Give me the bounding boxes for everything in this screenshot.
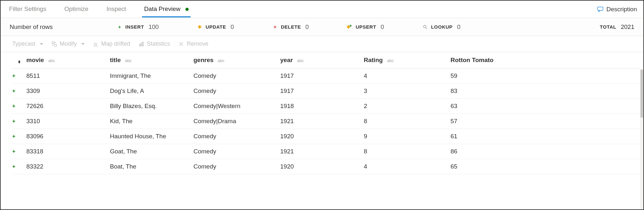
table-row[interactable]: +83322Boat, TheComedy1920465	[12, 159, 641, 174]
column-header-movie[interactable]: movie abc	[26, 52, 110, 68]
map-drifted-icon	[93, 41, 99, 47]
cell-year: 1917	[280, 68, 364, 84]
row-insert-icon: +	[12, 129, 26, 144]
column-genres-label: genres	[193, 57, 213, 63]
statistics-label: Statistics	[147, 41, 170, 47]
cell-rating: 9	[364, 129, 451, 144]
column-header-rotten[interactable]: Rotton Tomato	[451, 52, 641, 68]
column-header-genres[interactable]: genres abc	[193, 52, 280, 68]
cell-rating: 4	[364, 68, 451, 84]
column-movie-type: abc	[48, 58, 55, 63]
tab-optimize[interactable]: Optimize	[62, 1, 90, 17]
table-row[interactable]: +83096Haunted House, TheComedy1920961	[12, 129, 641, 144]
cell-title: Immigrant, The	[110, 68, 193, 84]
tab-data-preview[interactable]: Data Preview	[142, 1, 190, 17]
statistics-button[interactable]: Statistics	[139, 41, 170, 47]
data-preview-window: Filter Settings Optimize Inspect Data Pr…	[0, 0, 644, 210]
column-header-title[interactable]: title abc	[110, 52, 193, 68]
cell-year: 1920	[280, 129, 364, 144]
cell-year: 1918	[280, 99, 364, 114]
column-header-rating[interactable]: Rating abc	[364, 52, 451, 68]
map-drifted-button[interactable]: Map drifted	[93, 41, 130, 47]
svg-rect-6	[141, 43, 142, 46]
column-header-year[interactable]: year abc	[280, 52, 364, 68]
cell-genres: Comedy	[193, 84, 280, 99]
stat-update-value: 0	[230, 23, 234, 31]
cell-rating: 2	[364, 99, 451, 114]
table-row[interactable]: +8511Immigrant, TheComedy1917459	[12, 68, 641, 84]
cell-rotten: 83	[451, 84, 641, 99]
cell-genres: Comedy	[193, 144, 280, 159]
cell-movie: 3310	[26, 114, 110, 129]
row-insert-icon: +	[12, 84, 26, 99]
table-row[interactable]: +3309Dog's Life, AComedy1917383	[12, 84, 641, 99]
row-insert-icon: +	[12, 99, 26, 114]
description-button[interactable]: Description	[597, 6, 637, 13]
cell-genres: Comedy|Drama	[193, 114, 280, 129]
tab-filter-settings[interactable]: Filter Settings	[7, 1, 48, 17]
typecast-button[interactable]: Typecast	[12, 41, 43, 47]
cell-year: 1917	[280, 84, 364, 99]
comment-icon	[597, 6, 604, 13]
stat-total-label: TOTAL	[600, 24, 616, 30]
cell-title: Billy Blazes, Esq.	[110, 99, 193, 114]
stat-insert-value: 100	[148, 23, 159, 31]
row-insert-icon: +	[12, 68, 26, 84]
data-table-container: ▲▼ movie abc title abc genres abc	[1, 52, 643, 209]
cell-movie: 83096	[26, 129, 110, 144]
typecast-label: Typecast	[12, 41, 35, 47]
cell-title: Kid, The	[110, 114, 193, 129]
svg-rect-0	[598, 7, 603, 10]
table-toolbar: Typecast Modify Map drifted Statistics R…	[1, 36, 643, 52]
cell-year: 1921	[280, 144, 364, 159]
cell-title: Boat, The	[110, 159, 193, 174]
stat-total: TOTAL 2021	[600, 23, 634, 31]
column-title-type: abc	[125, 58, 132, 63]
stat-upsert-label: UPSERT	[356, 24, 376, 30]
row-stats-bar: Number of rows + INSERT 100 ✱ UPDATE 0 ×…	[1, 18, 643, 36]
modify-label: Modify	[60, 41, 77, 47]
vertical-scrollbar[interactable]	[640, 69, 643, 209]
cell-year: 1920	[280, 159, 364, 174]
column-movie-label: movie	[26, 57, 44, 63]
cell-genres: Comedy|Western	[193, 99, 280, 114]
column-title-label: title	[110, 57, 121, 63]
asterisk-icon: ✱	[197, 24, 202, 30]
stat-insert: + INSERT 100	[117, 23, 159, 31]
description-label: Description	[606, 6, 637, 13]
sort-column-header[interactable]: ▲▼	[12, 52, 26, 68]
cell-rating: 8	[364, 114, 451, 129]
svg-rect-3	[52, 41, 54, 43]
remove-button[interactable]: Remove	[178, 41, 208, 47]
cell-rotten: 86	[451, 144, 641, 159]
cell-genres: Comedy	[193, 129, 280, 144]
column-rating-label: Rating	[364, 57, 383, 63]
stat-delete-label: DELETE	[281, 24, 301, 30]
cell-movie: 3309	[26, 84, 110, 99]
upsert-icon: ✱+	[347, 24, 353, 30]
table-row[interactable]: +83318Goat, TheComedy1921886	[12, 144, 641, 159]
tab-inspect[interactable]: Inspect	[104, 1, 128, 17]
cell-rotten: 61	[451, 129, 641, 144]
modify-button[interactable]: Modify	[51, 41, 85, 47]
table-row[interactable]: +3310Kid, TheComedy|Drama1921857	[12, 114, 641, 129]
cell-rotten: 57	[451, 114, 641, 129]
svg-rect-4	[55, 44, 57, 46]
modify-icon	[51, 41, 57, 47]
table-row[interactable]: +72626Billy Blazes, Esq.Comedy|Western19…	[12, 99, 641, 114]
cell-rotten: 59	[451, 68, 641, 84]
column-year-label: year	[280, 57, 293, 63]
cell-genres: Comedy	[193, 159, 280, 174]
cell-title: Goat, The	[110, 144, 193, 159]
active-indicator-icon	[185, 8, 189, 11]
stat-lookup-label: LOOKUP	[431, 24, 452, 30]
stat-delete: × DELETE 0	[273, 23, 309, 31]
cell-title: Dog's Life, A	[110, 84, 193, 99]
table-body: +8511Immigrant, TheComedy1917459+3309Dog…	[12, 68, 641, 174]
svg-rect-7	[143, 42, 144, 46]
scrollbar-thumb[interactable]	[640, 69, 643, 118]
cell-year: 1921	[280, 114, 364, 129]
svg-rect-5	[139, 44, 140, 46]
column-genres-type: abc	[218, 58, 225, 63]
stat-lookup: LOOKUP 0	[423, 23, 461, 31]
